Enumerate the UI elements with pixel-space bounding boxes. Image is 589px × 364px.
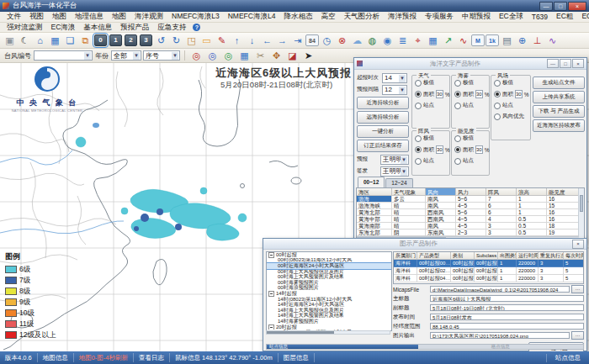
field-input[interactable]: 5月18日08时发布 <box>430 314 584 320</box>
table-header-cell[interactable]: 海区 <box>357 188 392 196</box>
sea-area-row[interactable]: 黄海中部晴西南风4~540.516 <box>357 216 584 223</box>
area-percent-input[interactable]: 30 <box>436 145 443 154</box>
browse-button[interactable]: … <box>571 285 584 293</box>
statusbar-station-info[interactable]: 站点信息 <box>546 354 589 362</box>
frame-2-icon[interactable]: 2 <box>125 34 137 46</box>
product-task-row[interactable]: 海洋科00时起报02…00时起报00时起报122000035 <box>394 267 583 275</box>
clock-icon[interactable]: ◷ <box>320 34 334 47</box>
one-key-analysis-button[interactable]: 一键分析 <box>357 125 409 138</box>
dialog-minimize-button[interactable]: — <box>547 59 559 68</box>
interval-combo[interactable]: 12 <box>382 85 407 95</box>
cascade-windows-icon[interactable]: ❏ <box>63 34 77 47</box>
area-percent-input[interactable]: 30 <box>475 145 483 154</box>
sea-area-row[interactable]: 黄海北部晴西南风5~66116 <box>357 209 584 216</box>
tree-horizontal-scrollbar[interactable] <box>266 330 390 335</box>
frame-1-icon[interactable]: 1 <box>109 34 122 46</box>
field-input[interactable]: 近海海区6级以上大风预报 <box>430 295 584 302</box>
radio-extreme[interactable]: 极值 <box>415 135 448 142</box>
menu-item[interactable]: EC粗 <box>552 12 577 22</box>
near-sea-analysis-button[interactable]: 近海持续分析 <box>357 97 409 109</box>
search-zoom-icon[interactable]: ⊕ <box>515 34 529 47</box>
open-folder-icon[interactable]: ▭ <box>199 34 214 47</box>
pan-hand-icon[interactable]: ✥ <box>269 49 284 62</box>
chart-line-icon[interactable]: ∿ <box>456 34 470 47</box>
menu-item[interactable]: 地图 <box>108 12 130 22</box>
issuer-combo[interactable]: 王明明 <box>380 166 409 177</box>
select-frame-icon[interactable]: ▣ <box>3 34 17 47</box>
menu-item[interactable]: T639 <box>528 13 552 21</box>
field-input[interactable]: d:\MarineData\ImageData\wind_0.1\24\2017… <box>430 286 570 293</box>
calc-m-icon[interactable]: M <box>471 34 485 46</box>
table-header-cell[interactable]: 浪高 <box>517 188 547 196</box>
field-input[interactable]: 5月18日08时-19日08时 (北京时) <box>430 304 584 311</box>
table-header-cell[interactable]: 出图类型 <box>498 252 517 260</box>
menu-item[interactable]: EC细 <box>577 12 589 22</box>
layers-icon[interactable]: ≣ <box>395 34 410 47</box>
menu-item[interactable]: 海洋预报 <box>384 12 421 22</box>
report-doc-icon[interactable]: ▤ <box>500 34 514 47</box>
dialog-close-button[interactable]: × <box>572 240 584 249</box>
menu-item[interactable]: NMEFC海浪L4 <box>224 12 280 22</box>
near-sea-publish-button[interactable]: 近海海区持续发布 <box>533 119 585 132</box>
menu-item[interactable]: 文件 <box>3 12 25 22</box>
data-table-icon[interactable]: ▦ <box>426 34 440 47</box>
chart-1k-icon[interactable]: 1k <box>486 34 499 46</box>
tree-expander-icon[interactable] <box>268 252 274 258</box>
menu-item[interactable]: 应急支持 <box>153 23 190 33</box>
radio-area[interactable]: 面积30% <box>415 90 448 98</box>
tree-expander-icon[interactable] <box>268 324 274 330</box>
tile-windows-icon[interactable]: ▦ <box>48 34 62 47</box>
antenna-icon[interactable]: ⊥ <box>530 34 544 47</box>
table-header-cell[interactable]: 所属部门 <box>394 252 417 260</box>
table-header-cell[interactable]: 天气现象 <box>392 188 426 196</box>
upload-share-system-button[interactable]: 上传共享系统 <box>533 91 585 103</box>
menu-item[interactable]: 中期预报 <box>458 12 495 22</box>
menu-item[interactable]: 基本信息 <box>79 23 116 33</box>
start-time-combo[interactable]: 14 <box>382 73 407 83</box>
globe-dark-icon[interactable]: ◍ <box>365 34 379 47</box>
radio-wind-direction[interactable]: 风向优先 <box>494 113 528 120</box>
dialog-close-button[interactable]: × <box>572 59 584 68</box>
statusbar-item[interactable]: 鼠标信息 148.123° 42.790° -1.00m <box>170 353 279 362</box>
statusbar-item[interactable]: 地图0-图-4秒刷新 <box>74 353 134 362</box>
menu-item[interactable]: EC海浪 <box>47 23 80 33</box>
statusbar-item[interactable]: 图层信息 <box>279 353 315 362</box>
area-percent-input[interactable]: 30 <box>515 90 523 98</box>
menu-item[interactable]: NMEFC海浪L3 <box>167 12 224 22</box>
radio-station[interactable]: 站点 <box>415 102 448 109</box>
radio-station[interactable]: 站点 <box>494 102 528 109</box>
table-header-cell[interactable]: 风力 <box>456 188 486 196</box>
sea-area-row[interactable]: 渤海海峡晴南风4~56115 <box>357 203 584 209</box>
forecast-period-tab[interactable]: 12~24 <box>385 178 412 187</box>
forecaster-combo[interactable]: 王明明 <box>380 155 409 165</box>
statusbar-item[interactable]: 查看日志 <box>134 353 170 362</box>
radio-station[interactable]: 站点 <box>454 102 487 109</box>
table-header-cell[interactable]: 每次时间间隔 <box>564 252 584 260</box>
pointer-icon[interactable]: ➤ <box>301 49 316 62</box>
arrow-right-icon[interactable]: → <box>275 34 289 47</box>
field-input[interactable]: 88,148,0,45 <box>430 323 584 330</box>
radio-station[interactable]: 站点 <box>454 157 487 165</box>
sea-area-row[interactable]: 黄海南部晴南风4~530.518 <box>357 223 584 229</box>
far-sea-analysis-button[interactable]: 远海持续分析 <box>357 111 409 124</box>
typhoon-blue-icon[interactable]: ◎ <box>205 49 220 62</box>
station-plot-icon[interactable]: ⌖ <box>411 34 425 47</box>
wave-icon[interactable]: ∿ <box>545 34 560 47</box>
menu-item[interactable]: 地理信息 <box>71 12 108 22</box>
menu-item[interactable]: 海洋观测 <box>130 12 167 22</box>
arrow-up-icon[interactable]: ↑ <box>230 34 244 47</box>
statusbar-item[interactable]: 版本4.0.6 <box>0 353 38 362</box>
product-task-row[interactable]: 海洋科00时起报00…00时起报00时起报122000035 <box>394 260 583 267</box>
text-dialog-titlebar[interactable]: 海洋文字产品制作 — □ × <box>354 58 586 70</box>
arrow-left-icon[interactable]: ← <box>260 34 274 47</box>
chart-green-icon[interactable]: ↗ <box>441 34 455 47</box>
undo-icon[interactable]: ↺ <box>154 34 168 47</box>
table-header-cell[interactable]: 重复执行次数 <box>539 252 564 260</box>
radio-extreme[interactable]: 极值 <box>494 79 528 87</box>
table-header-cell[interactable]: 风向 <box>426 188 456 196</box>
table-header-cell[interactable]: 阵风 <box>486 188 517 196</box>
arrow-down-icon[interactable]: ↓ <box>245 34 259 47</box>
radio-area[interactable]: 面积30% <box>415 145 448 154</box>
tree-item[interactable]: 20时起报 <box>267 324 392 330</box>
table-header-cell[interactable]: 运行时间 <box>517 252 539 260</box>
